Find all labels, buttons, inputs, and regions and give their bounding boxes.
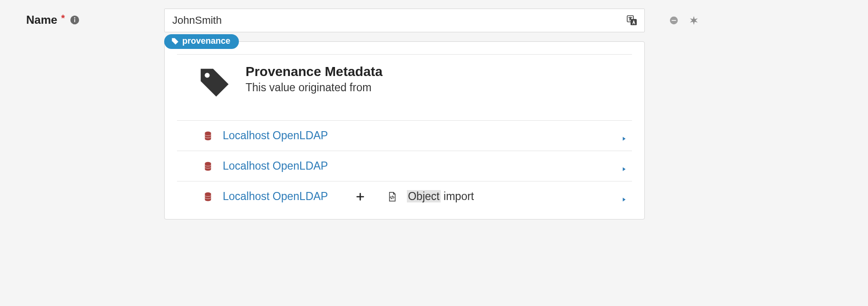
provenance-pill-label: provenance [182, 36, 230, 46]
field-label-col: Name * [26, 9, 164, 27]
provenance-source-link[interactable]: Localhost OpenLDAP [223, 129, 328, 142]
asterisk-icon[interactable] [689, 15, 699, 26]
object-highlight: Object [407, 190, 440, 202]
caret-right-icon[interactable] [621, 193, 627, 200]
caret-right-icon[interactable] [621, 163, 627, 170]
object-import-label: Object import [407, 190, 474, 203]
database-icon [203, 131, 213, 141]
import-suffix: import [444, 190, 474, 202]
code-file-icon [387, 191, 397, 202]
provenance-subtitle: This value originated from [246, 81, 383, 94]
translate-icon[interactable] [626, 15, 638, 26]
plus-icon [355, 192, 365, 201]
provenance-header: Provenance Metadata This value originate… [177, 64, 632, 120]
provenance-item[interactable]: Localhost OpenLDAP [177, 120, 632, 151]
name-input[interactable] [171, 14, 621, 27]
info-icon[interactable] [69, 15, 80, 25]
provenance-item[interactable]: Localhost OpenLDAP [177, 151, 632, 181]
field-label: Name [26, 13, 57, 27]
required-asterisk: * [61, 13, 65, 24]
provenance-header-text: Provenance Metadata This value originate… [246, 64, 383, 101]
provenance-source-link[interactable]: Localhost OpenLDAP [223, 190, 328, 203]
provenance-panel: Provenance Metadata This value originate… [164, 41, 645, 220]
remove-icon[interactable] [669, 15, 679, 26]
field-col: provenance Provenance Metadata This valu… [164, 9, 645, 220]
provenance-item[interactable]: Localhost OpenLDAP Object import [177, 181, 632, 211]
tag-icon [196, 64, 233, 101]
database-icon [203, 161, 213, 172]
name-field-row: Name * provenance Provenance Metadata [0, 0, 868, 220]
field-actions [645, 9, 859, 26]
caret-right-icon[interactable] [621, 133, 627, 139]
provenance-pill[interactable]: provenance [164, 34, 239, 49]
divider [177, 54, 632, 55]
provenance-source-link[interactable]: Localhost OpenLDAP [223, 160, 328, 172]
database-icon [203, 191, 213, 202]
provenance-title: Provenance Metadata [246, 64, 383, 79]
name-input-wrapper [164, 9, 645, 32]
